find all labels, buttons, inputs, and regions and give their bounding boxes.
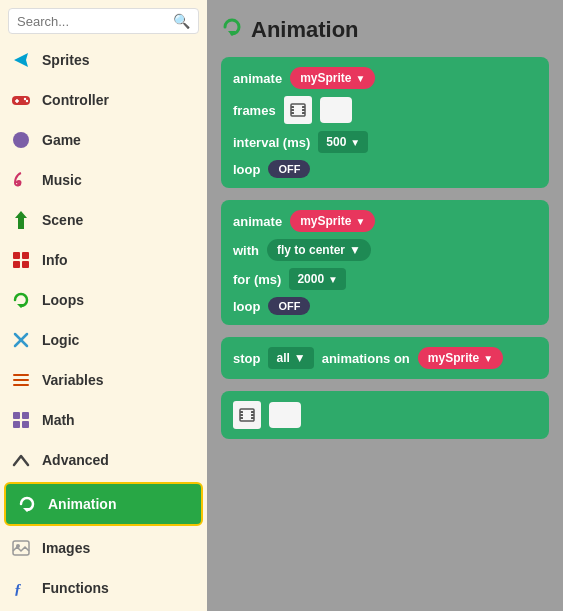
block-row-animate-2: animate mySprite ▼	[233, 210, 537, 232]
sidebar-item-label-sprites: Sprites	[42, 52, 89, 68]
svg-rect-37	[240, 414, 243, 416]
interval-dropdown[interactable]: 500 ▼	[318, 131, 368, 153]
svg-rect-3	[15, 100, 19, 102]
for-value: 2000	[297, 272, 324, 286]
svg-point-7	[17, 182, 21, 186]
animation-icon	[16, 493, 38, 515]
main-content: Animation animate mySprite ▼ frames inte…	[207, 0, 563, 611]
sprite-pill-arrow-1: ▼	[356, 73, 366, 84]
sidebar-item-label-variables: Variables	[42, 372, 104, 388]
svg-rect-41	[251, 417, 254, 419]
sidebar-item-label-loops: Loops	[42, 292, 84, 308]
sidebar-item-images[interactable]: Images	[0, 528, 207, 568]
svg-rect-12	[22, 261, 29, 268]
sidebar-item-label-advanced: Advanced	[42, 452, 109, 468]
page-title-text: Animation	[251, 17, 359, 43]
flyto-arrow: ▼	[349, 243, 361, 257]
search-input[interactable]	[17, 14, 173, 29]
sidebar-item-game[interactable]: Game	[0, 120, 207, 160]
sidebar-item-logic[interactable]: Logic	[0, 320, 207, 360]
all-arrow: ▼	[294, 351, 306, 365]
sidebar-item-math[interactable]: Math	[0, 400, 207, 440]
music-icon	[10, 169, 32, 191]
flyto-label: fly to center	[277, 243, 345, 257]
sidebar-item-music[interactable]: Music	[0, 160, 207, 200]
sidebar-item-info[interactable]: Info	[0, 240, 207, 280]
scene-icon	[10, 209, 32, 231]
loop-label-1: loop	[233, 162, 260, 177]
frames-label: frames	[233, 103, 276, 118]
info-icon	[10, 249, 32, 271]
sidebar-item-label-controller: Controller	[42, 92, 109, 108]
svg-rect-33	[302, 109, 305, 111]
for-dropdown[interactable]: 2000 ▼	[289, 268, 346, 290]
flyto-pill[interactable]: fly to center ▼	[267, 239, 371, 261]
sidebar-item-sprites[interactable]: Sprites	[0, 40, 207, 80]
sidebar-item-variables[interactable]: Variables	[0, 360, 207, 400]
sidebar-item-advanced[interactable]: Advanced	[0, 440, 207, 480]
page-title: Animation	[221, 16, 549, 43]
sidebar-item-scene[interactable]: Scene	[0, 200, 207, 240]
search-box[interactable]: 🔍	[8, 8, 199, 34]
math-icon	[10, 409, 32, 431]
logic-icon	[10, 329, 32, 351]
loop-toggle-1[interactable]: OFF	[268, 160, 310, 178]
svg-rect-22	[22, 421, 29, 428]
svg-rect-9	[13, 252, 20, 259]
small-block-card	[221, 391, 549, 439]
small-film-icon	[233, 401, 261, 429]
for-arrow: ▼	[328, 274, 338, 285]
search-container: 🔍	[0, 0, 207, 40]
svg-rect-34	[302, 112, 305, 114]
svg-rect-31	[291, 112, 294, 114]
stop-card: stop all ▼ animations on mySprite ▼	[221, 337, 549, 379]
sidebar-item-loops[interactable]: Loops	[0, 280, 207, 320]
small-input[interactable]	[269, 402, 301, 428]
sidebar-item-label-music: Music	[42, 172, 82, 188]
block-row-with: with fly to center ▼	[233, 239, 537, 261]
sidebar-item-functions[interactable]: ƒ Functions	[0, 568, 207, 608]
interval-label: interval (ms)	[233, 135, 310, 150]
svg-rect-11	[13, 261, 20, 268]
stop-label: stop	[233, 351, 260, 366]
sidebar-items: Sprites Controller Game Music Scene	[0, 40, 207, 611]
animate-label-2: animate	[233, 214, 282, 229]
loop-value-1: OFF	[278, 163, 300, 175]
svg-rect-29	[291, 106, 294, 108]
block-row-loop-1: loop OFF	[233, 160, 537, 178]
sidebar-item-label-game: Game	[42, 132, 81, 148]
stop-sprite-pill[interactable]: mySprite ▼	[418, 347, 503, 369]
film-icon	[284, 96, 312, 124]
sprite-pill-label-1: mySprite	[300, 71, 351, 85]
stop-sprite-label: mySprite	[428, 351, 479, 365]
variables-icon	[10, 369, 32, 391]
frames-input[interactable]	[320, 97, 352, 123]
animations-on-label: animations on	[322, 351, 410, 366]
animate-label-1: animate	[233, 71, 282, 86]
sidebar-item-animation[interactable]: Animation	[4, 482, 203, 526]
advanced-icon	[10, 449, 32, 471]
with-label: with	[233, 243, 259, 258]
loops-icon	[10, 289, 32, 311]
block-card-2: animate mySprite ▼ with fly to center ▼ …	[221, 200, 549, 325]
game-icon	[10, 129, 32, 151]
sidebar-item-controller[interactable]: Controller	[0, 80, 207, 120]
sprite-pill-label-2: mySprite	[300, 214, 351, 228]
svg-rect-38	[240, 417, 243, 419]
functions-icon: ƒ	[10, 577, 32, 599]
svg-rect-19	[13, 412, 20, 419]
all-dropdown[interactable]: all ▼	[268, 347, 313, 369]
svg-rect-21	[13, 421, 20, 428]
sidebar-item-label-animation: Animation	[48, 496, 116, 512]
svg-marker-8	[15, 211, 27, 229]
controller-icon	[10, 89, 32, 111]
block-row-interval: interval (ms) 500 ▼	[233, 131, 537, 153]
block-row-frames: frames	[233, 96, 537, 124]
sprite-pill-2[interactable]: mySprite ▼	[290, 210, 375, 232]
svg-point-6	[13, 132, 29, 148]
svg-rect-36	[240, 411, 243, 413]
sprite-pill-1[interactable]: mySprite ▼	[290, 67, 375, 89]
svg-marker-0	[14, 53, 28, 67]
svg-rect-30	[291, 109, 294, 111]
loop-toggle-2[interactable]: OFF	[268, 297, 310, 315]
